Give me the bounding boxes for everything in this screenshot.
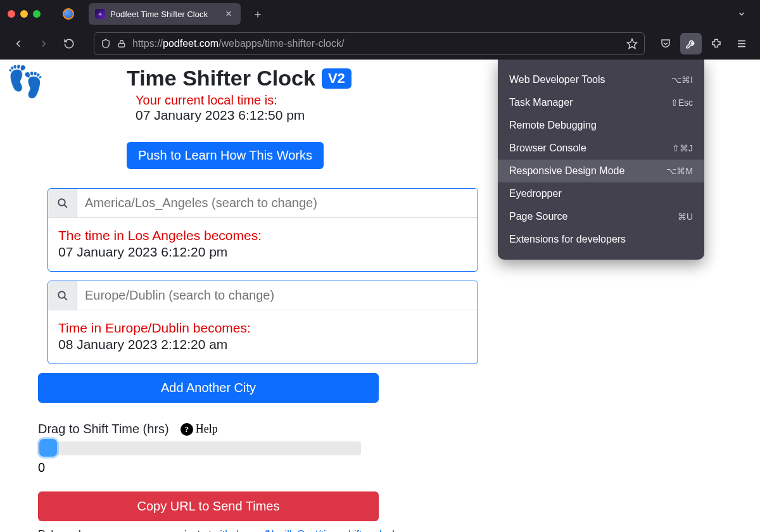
forward-button[interactable] [33, 33, 54, 54]
reload-button[interactable] [58, 33, 80, 54]
devtools-menu: Web Developer Tools⌥⌘ITask Manager⇧EscRe… [498, 60, 704, 260]
tabs-dropdown-icon[interactable] [731, 3, 752, 25]
dev-menu-item-label: Page Source [509, 211, 568, 222]
lock-icon[interactable] [117, 39, 126, 48]
city-time-value: 07 January 2023 6:12:20 pm [58, 244, 467, 260]
time-shift-slider[interactable] [38, 441, 361, 455]
dev-menu-item-label: Eyedropper [509, 188, 562, 200]
svg-line-6 [64, 205, 67, 208]
url-host: podfeet.com [163, 38, 218, 49]
minimize-window-button[interactable] [20, 10, 28, 18]
url-path: /webapps/time-shifter-clock/ [218, 38, 344, 49]
dev-menu-item-label: Task Manager [509, 97, 573, 108]
window-controls [8, 10, 41, 18]
slider-label: Drag to Shift Time (hrs) [38, 422, 169, 436]
firefox-logo [53, 4, 84, 24]
dev-menu-item[interactable]: Eyedropper [498, 182, 704, 205]
devtools-button[interactable] [680, 33, 702, 54]
dev-menu-item[interactable]: Browser Console⇧⌘J [498, 137, 704, 160]
help-button[interactable]: ? Help [180, 422, 218, 436]
svg-rect-0 [118, 43, 124, 47]
dev-menu-item-shortcut: ⇧Esc [671, 98, 693, 108]
slider-thumb[interactable] [39, 439, 57, 457]
app-menu-icon[interactable] [731, 33, 752, 54]
dev-menu-item-shortcut: ⌥⌘I [671, 75, 693, 85]
version-badge: V2 [322, 68, 352, 89]
dev-menu-item-shortcut: ⌘U [678, 212, 693, 222]
dev-menu-item[interactable]: Web Developer Tools⌥⌘I [498, 68, 704, 91]
firefox-icon [63, 8, 74, 20]
svg-point-7 [58, 291, 65, 298]
slider-value: 0 [38, 460, 608, 475]
browser-chrome: ✦ Podfeet Time Shifter Clock × ＋ http [0, 0, 760, 60]
titlebar: ✦ Podfeet Time Shifter Clock × ＋ [0, 0, 760, 28]
dev-menu-item[interactable]: Extensions for developers [498, 228, 704, 251]
footer-link[interactable]: github.com/NosillaCast/time-shifter-cloc… [214, 529, 397, 532]
dev-menu-item[interactable]: Page Source⌘U [498, 205, 704, 228]
shield-icon[interactable] [101, 39, 111, 49]
dev-menu-item[interactable]: Task Manager⇧Esc [498, 91, 704, 114]
search-icon [48, 281, 77, 310]
city-card: The time in Los Angeles becomes: 07 Janu… [48, 188, 478, 272]
svg-marker-1 [628, 39, 637, 49]
dev-menu-item[interactable]: Remote Debugging [498, 114, 704, 137]
bookmark-star-icon[interactable] [626, 38, 638, 49]
footer-prefix: Released as an open source project at [38, 529, 214, 532]
browser-tab[interactable]: ✦ Podfeet Time Shifter Clock × [89, 3, 241, 25]
svg-line-8 [64, 297, 67, 300]
page-content: 👣 Time Shifter Clock V2 Your current loc… [0, 60, 760, 532]
app-title-text: Time Shifter Clock [127, 66, 315, 91]
city-time-label: Time in Europe/Dublin becomes: [58, 320, 467, 336]
city-time-value: 08 January 2023 2:12:20 am [58, 337, 467, 352]
tab-title: Podfeet Time Shifter Clock [110, 10, 218, 19]
maximize-window-button[interactable] [33, 10, 41, 18]
new-tab-button[interactable]: ＋ [250, 6, 266, 22]
search-icon [48, 189, 77, 217]
dev-menu-item-label: Browser Console [509, 142, 586, 154]
svg-point-5 [58, 199, 65, 206]
url-bar[interactable]: https://podfeet.com/webapps/time-shifter… [94, 32, 645, 55]
city-search-input[interactable] [77, 281, 478, 310]
footer-text: Released as an open source project at gi… [38, 529, 608, 532]
dev-menu-item-label: Responsive Design Mode [509, 165, 624, 177]
close-window-button[interactable] [8, 10, 15, 18]
extensions-icon[interactable] [706, 33, 727, 54]
how-it-works-button[interactable]: Push to Learn How This Works [127, 142, 324, 169]
tab-close-icon[interactable]: × [223, 8, 234, 20]
city-time-label: The time in Los Angeles becomes: [58, 228, 467, 243]
pocket-icon[interactable] [655, 33, 676, 54]
toolbar: https://podfeet.com/webapps/time-shifter… [0, 28, 760, 60]
url-text: https://podfeet.com/webapps/time-shifter… [132, 38, 620, 49]
dev-menu-item-shortcut: ⇧⌘J [672, 143, 693, 153]
help-icon: ? [180, 423, 193, 436]
dev-menu-item[interactable]: Responsive Design Mode⌥⌘M [498, 160, 704, 182]
copy-url-button[interactable]: Copy URL to Send Times [38, 491, 379, 521]
dev-menu-item-label: Web Developer Tools [509, 74, 605, 86]
city-search-input[interactable] [77, 189, 478, 217]
tab-favicon: ✦ [95, 9, 105, 19]
city-card: Time in Europe/Dublin becomes: 08 Januar… [48, 281, 478, 364]
back-button[interactable] [8, 33, 29, 54]
dev-menu-item-shortcut: ⌥⌘M [666, 166, 693, 176]
dev-menu-item-label: Remote Debugging [509, 120, 597, 131]
add-city-button[interactable]: Add Another City [38, 373, 379, 403]
url-protocol: https:// [132, 38, 163, 49]
dev-menu-item-label: Extensions for developers [509, 234, 626, 245]
help-label: Help [196, 422, 218, 436]
footprints-logo: 👣 [6, 63, 44, 99]
